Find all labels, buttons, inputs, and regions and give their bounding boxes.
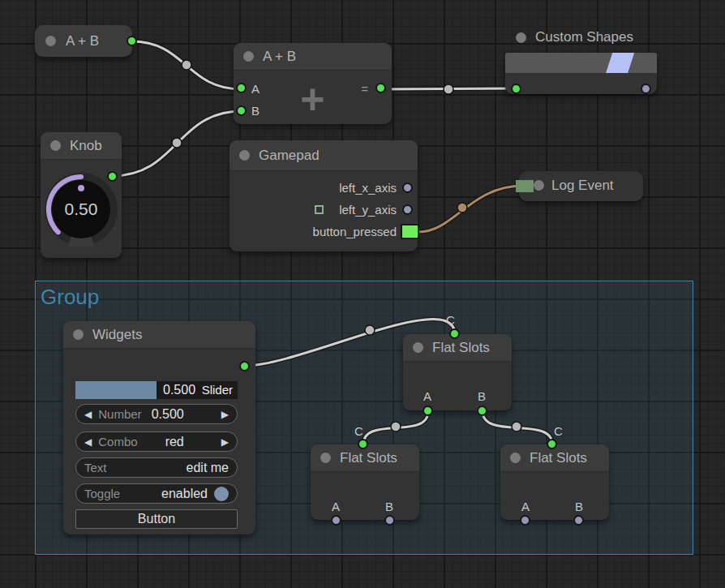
output-label: C: [354, 424, 363, 439]
knob-value: 0.50: [44, 172, 118, 247]
reroute-dot[interactable]: [365, 325, 375, 335]
node-customshapes-title[interactable]: Custom Shapes: [516, 29, 633, 45]
input-slot-a[interactable]: [520, 515, 530, 526]
collapse-dot-icon[interactable]: [243, 51, 254, 62]
reroute-dot[interactable]: [172, 138, 182, 148]
node-title: Knob: [70, 138, 102, 154]
node-graph-canvas[interactable]: Group: [0, 0, 725, 588]
combo-widget[interactable]: ◀ Combo red ▶: [75, 431, 238, 452]
node-title: Widgets: [92, 327, 142, 343]
node-gamepad[interactable]: Gamepad left_x_axis left_y_axis button_p…: [230, 140, 418, 251]
collapse-dot-icon[interactable]: [413, 342, 423, 353]
collapse-dot-icon[interactable]: [510, 453, 521, 463]
arrow-left-icon[interactable]: ◀: [84, 436, 92, 448]
output-slot-leftyaxis[interactable]: [402, 204, 413, 215]
node-add-collapsed[interactable]: A + B: [35, 25, 132, 57]
output-slot-c[interactable]: [449, 328, 460, 339]
toggle-label: Toggle: [84, 487, 155, 500]
input-slot-a[interactable]: [331, 515, 341, 526]
node-titlebar[interactable]: Flat Slots: [500, 444, 609, 472]
node-title: A + B: [263, 49, 296, 65]
input-label: B: [478, 389, 486, 404]
output-slot[interactable]: [239, 361, 250, 371]
slider-fill: [75, 381, 157, 399]
input-label: A: [423, 389, 431, 404]
input-label: A: [521, 500, 530, 514]
custom-shape-marker[interactable]: [605, 53, 635, 73]
input-label: B: [575, 500, 583, 514]
node-titlebar[interactable]: Knob: [41, 132, 122, 160]
node-titlebar[interactable]: Widgets: [63, 321, 255, 349]
node-titlebar[interactable]: Flat Slots: [403, 334, 512, 362]
collapse-dot-icon[interactable]: [320, 453, 331, 463]
input-slot-a[interactable]: [423, 406, 433, 416]
output-label: button_pressed: [313, 225, 397, 238]
output-label: C: [446, 313, 455, 328]
node-title: Log Event: [551, 178, 614, 194]
input-slot-b[interactable]: [477, 406, 487, 416]
input-slot-b[interactable]: [384, 515, 395, 526]
reroute-dot[interactable]: [182, 60, 191, 70]
collapse-dot-icon[interactable]: [239, 150, 250, 161]
plus-operator-icon: +: [234, 78, 392, 120]
node-customshapes[interactable]: [505, 53, 657, 94]
node-title: Flat Slots: [530, 450, 587, 466]
wire-buttonpressed-to-logevent[interactable]: [418, 186, 523, 232]
collapse-dot-icon[interactable]: [45, 36, 56, 46]
output-label: left_x_axis: [339, 181, 397, 195]
reroute-dot[interactable]: [391, 422, 401, 431]
node-title: A + B: [66, 33, 99, 49]
node-title: Custom Shapes: [535, 29, 633, 45]
arrow-right-icon[interactable]: ▶: [221, 436, 229, 448]
output-slot[interactable]: [107, 171, 118, 182]
node-titlebar[interactable]: A + B: [234, 43, 392, 71]
toggle-value: enabled: [161, 487, 208, 501]
text-label: Text: [84, 461, 180, 474]
output-slot-leftxaxis[interactable]: [402, 182, 413, 193]
input-label: B: [385, 500, 393, 514]
node-title: Gamepad: [259, 148, 320, 164]
combo-value: red: [165, 435, 184, 449]
node-knob[interactable]: Knob 0.50: [41, 132, 122, 258]
collapse-dot-icon[interactable]: [516, 32, 526, 43]
text-value: edit me: [187, 461, 229, 475]
text-widget[interactable]: Text edit me: [75, 457, 238, 478]
collapse-dot-icon[interactable]: [534, 180, 544, 191]
node-flatslots-top[interactable]: Flat Slots C A B: [403, 334, 512, 410]
reroute-dot[interactable]: [444, 84, 453, 94]
output-slot[interactable]: [127, 36, 137, 46]
output-slot-buttonpressed[interactable]: [401, 224, 419, 239]
node-title: Flat Slots: [340, 450, 397, 466]
toggle-widget[interactable]: Toggle enabled: [75, 483, 238, 504]
collapse-dot-icon[interactable]: [73, 329, 84, 340]
node-flatslots-right[interactable]: Flat Slots C A B: [500, 444, 609, 520]
output-slot-c[interactable]: [358, 439, 368, 449]
output-label: left_y_axis: [339, 203, 397, 217]
output-slot[interactable]: [641, 84, 651, 94]
arrow-right-icon[interactable]: ▶: [221, 409, 229, 420]
slider-widget[interactable]: Slider 0.500: [75, 381, 238, 399]
node-add[interactable]: A + B A B = +: [234, 43, 392, 124]
number-label: Number: [98, 407, 144, 421]
node-logevent[interactable]: Log Event: [519, 171, 643, 201]
arrow-left-icon[interactable]: ◀: [84, 409, 92, 420]
event-input-slot[interactable]: [516, 180, 534, 192]
slider-value: 0.500: [163, 383, 195, 397]
reroute-dot[interactable]: [512, 422, 521, 431]
button-widget[interactable]: Button: [75, 509, 238, 529]
number-value: 0.500: [152, 407, 184, 422]
reroute-dot-event[interactable]: [457, 203, 467, 212]
input-slot-b[interactable]: [573, 515, 584, 526]
input-slot[interactable]: [511, 84, 521, 94]
hollow-square-icon: [315, 205, 324, 214]
collapse-dot-icon[interactable]: [50, 140, 61, 151]
node-titlebar[interactable]: Gamepad: [230, 140, 418, 171]
toggle-knob-icon[interactable]: [214, 487, 229, 501]
input-label: A: [332, 500, 340, 514]
node-title: Flat Slots: [432, 340, 490, 356]
shape-track[interactable]: [505, 53, 657, 73]
output-slot-c[interactable]: [547, 439, 557, 449]
node-flatslots-left[interactable]: Flat Slots C A B: [311, 444, 419, 520]
number-widget[interactable]: ◀ Number 0.500 ▶: [75, 404, 238, 424]
node-widgets[interactable]: Widgets Slider 0.500 ◀ Number 0.500 ▶ ◀ …: [63, 321, 255, 534]
